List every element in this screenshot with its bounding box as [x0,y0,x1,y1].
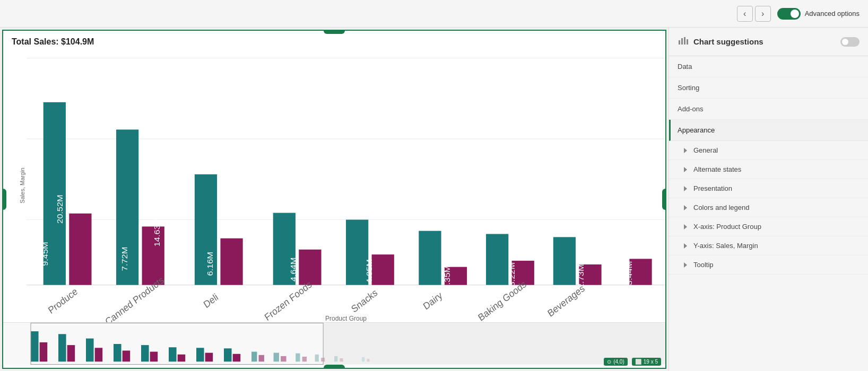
nav-item-data-label: Data [678,63,692,70]
size-icon: ⬜ [635,359,641,365]
sub-nav-item-y-axis[interactable]: Y-axis: Sales, Margin [669,236,868,255]
panel-title: Chart suggestions [693,37,835,46]
svg-rect-77 [340,358,343,361]
svg-rect-76 [334,356,337,361]
bar-group-deli: 14.63M 6.16M Deli [153,174,243,311]
bar-group-frozen: 9.49M 4.64M Frozen Foods [248,213,322,322]
sub-nav-label-xaxis: X-axis: Product Group [693,223,761,231]
svg-rect-80 [679,40,680,45]
bar-group-beverages: 6.32M 2.73M Beverages [539,237,602,319]
nav-item-sorting[interactable]: Sorting [669,77,868,99]
nav-item-appearance-label: Appearance [678,126,715,134]
chevron-yaxis [684,243,687,249]
svg-text:3.22M: 3.22M [508,262,516,287]
bar-group-last: 3.44M [624,259,652,285]
svg-text:4.64M: 4.64M [289,258,298,282]
svg-text:7.72M: 7.72M [120,247,129,271]
main-content: Total Sales: $104.9M Sales, Margin 30M 2… [0,28,868,371]
chart-suggestions-icon [678,35,688,48]
sub-nav-label-tooltip: Tooltip [693,261,714,269]
sub-nav-item-presentation[interactable]: Presentation [669,179,868,198]
coords-icon: ⊙ [607,359,611,365]
svg-text:4.05M: 4.05M [364,259,373,284]
svg-text:3.44M: 3.44M [624,261,633,286]
panel-header: Chart suggestions [669,28,868,56]
svg-rect-81 [681,38,683,45]
svg-rect-10 [69,214,91,285]
resize-handle-top[interactable] [324,30,345,34]
nav-prev-button[interactable]: ‹ [737,6,753,22]
sub-nav-label-yaxis: Y-axis: Sales, Margin [693,242,758,250]
svg-text:9.45M: 9.45M [41,242,49,266]
sub-nav-label-colors: Colors and legend [693,204,750,211]
nav-next-button[interactable]: › [755,6,771,22]
svg-rect-30 [372,254,394,285]
chart-area: Total Sales: $104.9M Sales, Margin 30M 2… [2,30,666,369]
right-panel: Chart suggestions Data Sorting Add-ons A… [669,28,868,371]
svg-text:6.73M: 6.73M [470,249,478,273]
sub-nav-item-general[interactable]: General [669,141,868,160]
svg-text:Dairy: Dairy [421,289,444,312]
svg-text:14.63M: 14.63M [153,218,161,247]
status-coords-badge: ⊙ (4,0) [604,358,628,366]
sub-nav-item-x-axis[interactable]: X-axis: Product Group [669,217,868,236]
advanced-options-toggle[interactable] [777,8,801,20]
svg-text:Produce: Produce [46,286,79,316]
svg-text:6.16M: 6.16M [205,252,214,276]
chevron-colors [684,205,687,210]
sub-nav-label-alternate: Alternate states [693,165,741,173]
chevron-alternate [684,167,687,172]
resize-handle-bottom[interactable] [324,365,345,369]
bar-group-dairy: 7.18M 2.35M Dairy [401,231,467,312]
bar-chart-area: Sales, Margin 30M 20M 10M 0 24.16M [3,49,665,322]
y-axis-label: Sales, Margin [19,167,25,203]
status-size: 19 x 5 [644,359,658,365]
svg-rect-38 [486,234,508,285]
svg-rect-83 [687,39,688,45]
svg-text:20.52M: 20.52M [55,195,64,224]
sub-nav-item-colors-legend[interactable]: Colors and legend [669,198,868,217]
svg-rect-82 [684,37,685,45]
bar-chart-svg: 30M 20M 10M 0 24.16M 9.45M Produce 20 [27,49,665,322]
advanced-options-label: Advanced options [805,10,860,17]
nav-item-addons[interactable]: Add-ons [669,99,868,120]
svg-rect-25 [299,250,321,285]
chevron-xaxis [684,224,687,229]
sub-nav-item-alternate-states[interactable]: Alternate states [669,160,868,179]
svg-text:7.18M: 7.18M [401,248,410,272]
svg-rect-74 [31,323,323,365]
x-axis-title: Product Group [27,315,665,322]
panel-nav-items: Data Sorting Add-ons Appearance General … [669,56,868,275]
mini-chart [3,322,665,365]
svg-text:Deli: Deli [202,292,220,311]
svg-text:2.35M: 2.35M [443,266,452,290]
chart-suggestions-toggle[interactable] [840,37,860,47]
svg-rect-79 [367,359,369,361]
status-coords: (4,0) [613,359,624,365]
chevron-tooltip [684,262,687,268]
svg-text:9.49M: 9.49M [248,238,256,263]
status-size-badge: ⬜ 19 x 5 [632,358,661,366]
svg-text:6.32M: 6.32M [539,251,547,275]
nav-item-appearance[interactable]: Appearance [669,120,868,141]
top-bar: ‹ › Advanced options [0,0,868,28]
chevron-general [684,148,687,153]
sub-nav-item-tooltip[interactable]: Tooltip [669,255,868,275]
sub-nav-label-presentation: Presentation [693,184,732,192]
nav-item-sorting-label: Sorting [678,84,699,92]
svg-text:Snacks: Snacks [350,287,379,315]
mini-chart-svg [3,323,665,365]
svg-rect-33 [419,231,441,285]
bar-group-snacks: 8.63M 4.05M Snacks [323,220,394,315]
advanced-options-toggle-area: Advanced options [777,8,860,20]
svg-rect-78 [362,357,364,361]
nav-item-data[interactable]: Data [669,56,868,77]
status-bar: ⊙ (4,0) ⬜ 19 x 5 [604,358,661,366]
nav-item-addons-label: Add-ons [678,105,703,113]
svg-text:Beverages: Beverages [545,282,586,319]
svg-rect-43 [553,237,576,285]
svg-rect-20 [220,238,242,285]
sub-nav-label-general: General [693,146,718,154]
svg-text:8.63M: 8.63M [323,242,332,266]
bar-group-baking: 6.73M 3.22M Baking Goods [470,234,534,322]
